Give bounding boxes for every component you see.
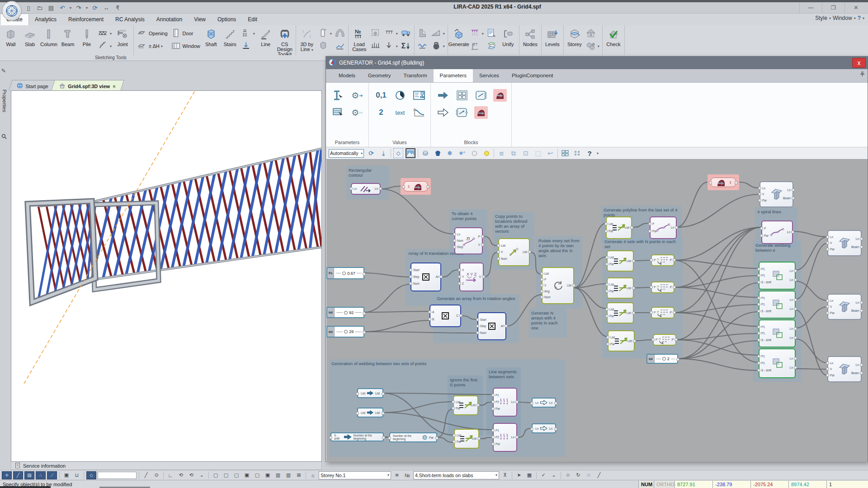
port[interactable] <box>402 185 405 188</box>
port[interactable] <box>540 278 543 281</box>
port[interactable] <box>826 361 829 365</box>
value-01-button[interactable]: 0,1 <box>374 89 388 102</box>
grid-icon[interactable]: ⊞ <box>294 471 303 479</box>
graph-node-ln-out-1[interactable]: LnLn <box>532 398 556 408</box>
port[interactable] <box>453 239 456 242</box>
port[interactable] <box>650 286 653 289</box>
more-icon[interactable]: ⌄ <box>197 471 206 479</box>
ribbon-button-prism[interactable]: ▾ <box>317 28 333 39</box>
generator-tab-services[interactable]: Services <box>473 69 505 82</box>
port[interactable] <box>458 282 461 285</box>
ribbon-button-unify[interactable]: Unify <box>499 26 517 47</box>
graph-node-segments-2[interactable]: P1P2ParLn <box>493 423 517 452</box>
port[interactable] <box>497 250 500 253</box>
ribbon-button-spec[interactable] <box>486 28 498 39</box>
port[interactable] <box>409 268 412 272</box>
port[interactable] <box>477 437 481 440</box>
port[interactable] <box>757 332 760 335</box>
port[interactable] <box>757 274 760 277</box>
ortho-corner-icon[interactable]: ∟ <box>166 471 175 479</box>
move-icon[interactable]: ⊹ <box>563 471 572 479</box>
slider-handle[interactable] <box>662 357 666 361</box>
ribbon-tab-reinforcement[interactable]: Reinforcement <box>62 14 109 26</box>
port[interactable] <box>757 303 760 306</box>
port[interactable] <box>757 296 760 300</box>
table-view-icon[interactable]: ▦ <box>525 471 534 479</box>
tab-3d-view[interactable]: Grid4.spf:3D view × <box>51 80 124 90</box>
port[interactable] <box>758 192 761 196</box>
storey-layers-icon[interactable]: ≋ <box>392 471 401 479</box>
check-model-icon[interactable]: ✓ <box>539 471 548 479</box>
port[interactable] <box>491 442 495 446</box>
graph-node-rotate-sets[interactable]: ListPVAngNumList <box>542 267 574 304</box>
ribbon-button-column[interactable]: Column <box>40 26 58 47</box>
value-2-button[interactable]: 2 <box>374 106 388 119</box>
graph-node-points-4[interactable]: PPn <box>653 334 676 346</box>
port[interactable] <box>792 197 795 200</box>
value-pie-button[interactable] <box>393 89 407 102</box>
array-icon[interactable]: ⁙ <box>584 471 593 479</box>
graph-node-set-list-2[interactable]: ListParList <box>607 277 634 299</box>
port[interactable] <box>826 299 829 302</box>
port[interactable] <box>860 363 863 366</box>
graph-node-beam-top[interactable]: LnVParLnBeam <box>760 181 793 207</box>
ribbon-button-soil[interactable]: ▾ <box>430 28 446 39</box>
port[interactable] <box>382 436 385 439</box>
snap-toggle[interactable]: ✛ <box>2 471 12 479</box>
graph-node-array-angles[interactable]: StartStepNumAf <box>477 312 506 340</box>
bulb-off-icon[interactable] <box>469 148 479 158</box>
port[interactable] <box>497 257 500 260</box>
redo-dropdown-icon[interactable]: ▾ <box>86 6 88 10</box>
port[interactable] <box>363 331 366 334</box>
port[interactable] <box>632 259 635 263</box>
port[interactable] <box>497 244 500 247</box>
graph-node-rect-contour[interactable]: LnLn <box>351 183 381 195</box>
group-create-icon[interactable]: ⧈ <box>496 148 506 158</box>
port[interactable] <box>633 339 636 343</box>
group-back-icon[interactable]: ↩ <box>545 148 555 158</box>
generator-tab-geometry[interactable]: Geometry <box>362 69 397 82</box>
ribbon-button-cs-design-toolkit[interactable]: CS Design Toolkit <box>276 26 294 57</box>
port[interactable] <box>794 357 797 360</box>
port[interactable] <box>554 402 557 405</box>
parameter-section-icon[interactable] <box>331 89 345 102</box>
graph-node-segments-1[interactable]: P1P2ParLn <box>493 388 517 417</box>
ribbon-tab-options[interactable]: Options <box>212 14 242 26</box>
snap-toggle[interactable]: ∴ <box>36 471 46 479</box>
port[interactable] <box>363 272 366 276</box>
book2-icon[interactable]: ▥ <box>284 471 293 479</box>
port[interactable] <box>476 318 479 321</box>
ribbon-button-truss[interactable]: ▾ <box>97 28 113 39</box>
view-cube-icon[interactable]: ▢ <box>222 471 231 479</box>
view-cube-icon[interactable]: ▣ <box>242 471 251 479</box>
port[interactable] <box>530 402 533 405</box>
ribbon-button-beam[interactable]: Beam <box>59 26 77 47</box>
port[interactable] <box>651 338 655 341</box>
port[interactable] <box>794 336 797 339</box>
group-edit-icon[interactable]: ⬚ <box>533 148 543 158</box>
block-in-icon[interactable] <box>436 89 450 102</box>
gear-out-icon[interactable]: ⚙➔ <box>350 89 364 102</box>
graph-node-copy-points[interactable]: ListVNumList <box>498 238 530 266</box>
draw-line-icon[interactable]: ╱ <box>142 471 151 479</box>
ribbon-button-load-cases[interactable]: № Load Cases <box>350 26 368 52</box>
port[interactable] <box>426 185 429 188</box>
ribbon-tab-annotation[interactable]: Annotation <box>151 14 188 26</box>
graph-node-set-list-1[interactable]: ListParList <box>607 250 634 272</box>
port[interactable] <box>515 400 519 404</box>
service-info-bar[interactable]: Service information <box>11 462 322 470</box>
port[interactable] <box>356 412 359 415</box>
ribbon-button-opening[interactable]: Opening <box>136 28 169 39</box>
port[interactable] <box>349 187 353 190</box>
graph-node-int-2[interactable]: Int 2 <box>646 354 678 364</box>
graph-node-ignore-2[interactable]: ListParList <box>454 429 479 449</box>
port[interactable] <box>572 284 576 287</box>
port[interactable] <box>459 314 462 317</box>
port[interactable] <box>826 305 829 308</box>
minimize-button[interactable]: — <box>799 2 822 13</box>
graph-node-poly-list[interactable]: ListParList <box>606 216 632 239</box>
port[interactable] <box>860 245 863 249</box>
port[interactable] <box>673 286 676 289</box>
layout-grid-icon[interactable] <box>560 148 570 158</box>
ribbon-button-pile[interactable]: Pile <box>78 26 96 47</box>
